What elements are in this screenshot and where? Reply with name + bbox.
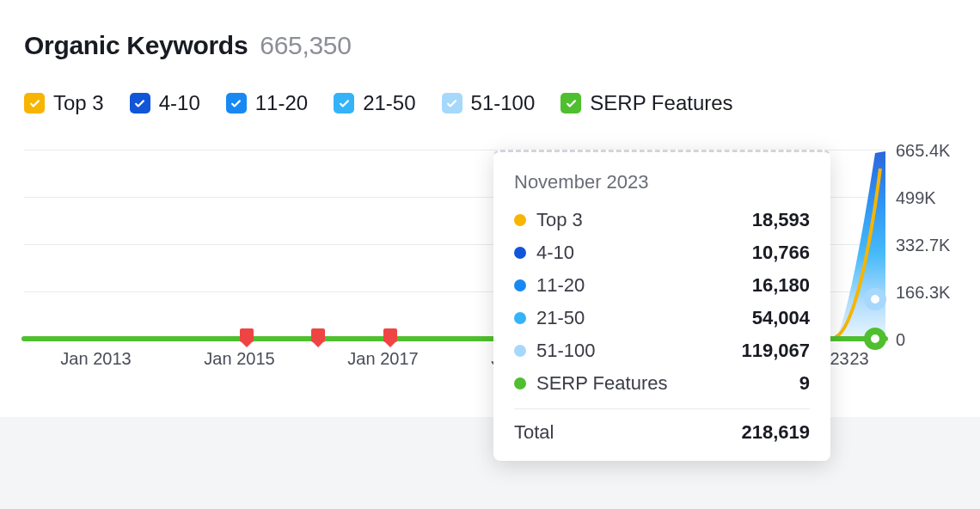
check-icon — [230, 97, 242, 110]
tooltip-divider — [514, 408, 810, 409]
x-tick-label: Jan 2015 — [204, 349, 274, 369]
x-tick-label: Jan 2017 — [347, 349, 418, 369]
legend-label: 11-20 — [255, 91, 308, 115]
tooltip-row-label: 11-20 — [536, 274, 585, 297]
keyword-count: 665,350 — [260, 31, 351, 60]
tooltip-row-serp: SERP Features9 — [514, 372, 810, 395]
y-tick-label: 499K — [896, 188, 936, 208]
tooltip-bullet-icon — [514, 279, 526, 291]
tooltip-bullet-icon — [514, 214, 526, 226]
tooltip-row-r51_100: 51-100119,067 — [514, 340, 810, 362]
tooltip-row-label: SERP Features — [536, 372, 667, 395]
legend-item-r51_100[interactable]: 51-100 — [442, 91, 536, 115]
legend-label: Top 3 — [53, 91, 104, 115]
tooltip-row-value: 16,180 — [752, 274, 810, 297]
check-icon — [445, 97, 458, 110]
legend-item-r11_20[interactable]: 11-20 — [226, 91, 308, 115]
legend-label: 4-10 — [159, 91, 200, 115]
note-marker-icon[interactable] — [240, 328, 254, 342]
tooltip-total-value: 218,619 — [741, 421, 810, 444]
check-icon — [338, 97, 351, 110]
check-icon — [28, 97, 41, 110]
tooltip-row-label: 51-100 — [536, 340, 596, 362]
tooltip-bullet-icon — [514, 345, 526, 357]
page-title: Organic Keywords — [24, 31, 248, 60]
tooltip-row-label: 4-10 — [536, 242, 574, 264]
tooltip-row-label: 21-50 — [536, 307, 585, 329]
check-icon — [133, 97, 146, 110]
tooltip-row-value: 10,766 — [752, 242, 810, 264]
legend-item-r4_10[interactable]: 4-10 — [130, 91, 200, 115]
tooltip-bullet-icon — [514, 312, 526, 324]
y-tick-label: 166.3K — [896, 283, 950, 303]
chart[interactable]: 0166.3K332.7K499K665.4K Jan 2013Jan 2015… — [24, 150, 956, 389]
legend-label: SERP Features — [590, 91, 732, 115]
title-row: Organic Keywords 665,350 — [24, 31, 956, 60]
tooltip-total-row: Total 218,619 — [514, 421, 810, 444]
content: Organic Keywords 665,350 Top 34-1011-202… — [0, 0, 980, 389]
tooltip-row-r21_50: 21-5054,004 — [514, 307, 810, 329]
tooltip-row-label: Top 3 — [536, 209, 583, 231]
check-icon — [565, 97, 578, 110]
legend-item-r21_50[interactable]: 21-50 — [334, 91, 415, 115]
tooltip-total-label: Total — [514, 421, 554, 444]
legend-checkbox-r4_10[interactable] — [130, 93, 150, 113]
legend-checkbox-serp[interactable] — [560, 93, 581, 113]
note-marker-icon[interactable] — [311, 328, 325, 342]
footer-strip — [0, 417, 980, 509]
tooltip-row-value: 9 — [799, 372, 810, 395]
legend-checkbox-top3[interactable] — [24, 93, 45, 113]
y-tick-label: 332.7K — [896, 236, 950, 255]
tooltip-row-value: 119,067 — [741, 340, 810, 362]
tooltip-row-r11_20: 11-2016,180 — [514, 274, 810, 297]
legend-checkbox-r21_50[interactable] — [334, 93, 354, 113]
chart-tooltip: November 2023 Top 318,5934-1010,76611-20… — [493, 150, 830, 461]
tooltip-bullet-icon — [514, 247, 526, 259]
legend-item-top3[interactable]: Top 3 — [24, 91, 104, 115]
legend-label: 51-100 — [471, 91, 536, 115]
hover-point-serp — [864, 328, 886, 350]
tooltip-row-value: 54,004 — [752, 307, 810, 329]
y-tick-label: 0 — [896, 330, 905, 350]
page-root: Organic Keywords 665,350 Top 34-1011-202… — [0, 0, 980, 509]
legend: Top 34-1011-2021-5051-100SERP Features — [24, 91, 956, 115]
legend-checkbox-r51_100[interactable] — [442, 93, 462, 113]
x-tick-label: Jan 2013 — [60, 349, 131, 369]
hover-point-51-100 — [864, 288, 886, 310]
note-marker-icon[interactable] — [383, 328, 397, 342]
tooltip-bullet-icon — [514, 377, 526, 389]
y-tick-label: 665.4K — [896, 141, 950, 161]
tooltip-row-top3: Top 318,593 — [514, 209, 810, 231]
legend-item-serp[interactable]: SERP Features — [560, 91, 732, 115]
tooltip-row-value: 18,593 — [752, 209, 810, 231]
x-tick-label-tail: 23 — [850, 349, 869, 369]
tooltip-rows: Top 318,5934-1010,76611-2016,18021-5054,… — [514, 209, 810, 395]
legend-checkbox-r11_20[interactable] — [226, 93, 247, 113]
tooltip-date: November 2023 — [514, 171, 810, 193]
legend-label: 21-50 — [363, 91, 415, 115]
tooltip-row-r4_10: 4-1010,766 — [514, 242, 810, 264]
